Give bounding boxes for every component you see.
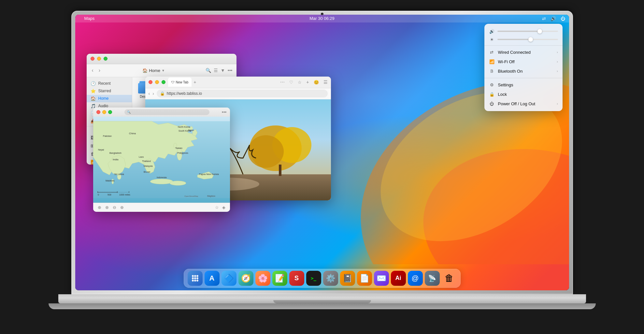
maps-layers-button[interactable]: ⊗ xyxy=(105,205,109,210)
maps-toolbar-right: ☆ ◈ xyxy=(215,205,225,210)
dock-icon-safari[interactable]: 🧭 xyxy=(238,271,253,286)
map-svg: Pakistan China Japan North Korea South K… xyxy=(93,117,230,203)
menu-bar: Maps Mar 30 06:29 ⇄ 🔊 ⏻ xyxy=(75,15,569,22)
browser-forward-button[interactable]: › xyxy=(152,91,154,96)
brightness-slider[interactable] xyxy=(497,39,558,40)
volume-slider-thumb xyxy=(537,29,542,34)
svg-point-52 xyxy=(192,280,194,282)
dock-icon-mail[interactable]: ✉️ xyxy=(374,271,389,286)
sidebar-item-home[interactable]: 🏠 Home xyxy=(87,95,132,102)
browser-tab-icon: 🛡 xyxy=(171,80,175,84)
browser-minimize-button[interactable] xyxy=(155,80,159,84)
finder-home-icon: 🏠 xyxy=(142,68,148,73)
maps-route-button[interactable]: ◈ xyxy=(222,205,225,210)
browser-maximize-button[interactable] xyxy=(162,80,165,84)
finder-view-icon[interactable]: ☰ xyxy=(214,68,218,73)
finder-dock-icon: 🔷 xyxy=(224,274,234,283)
dock-icon-sysprefs[interactable]: ⚙️ xyxy=(323,271,338,286)
bluetooth-chevron: › xyxy=(557,69,558,73)
finder-actions-icon[interactable]: ▼ xyxy=(221,68,225,73)
dock-icon-photos[interactable]: 🌸 xyxy=(255,271,270,286)
appstore-symbol: A xyxy=(209,274,215,283)
browser-close-button[interactable] xyxy=(149,80,152,84)
svg-text:Mapbox: Mapbox xyxy=(207,195,215,197)
macbook-screen: Maps Mar 30 06:29 ⇄ 🔊 ⏻ 🔊 xyxy=(75,15,569,290)
svg-text:North Korea: North Korea xyxy=(178,126,190,128)
dock-icon-pages[interactable]: 📄 xyxy=(357,271,372,286)
dock-icon-notes[interactable]: 📝 xyxy=(272,271,287,286)
svg-point-53 xyxy=(194,280,196,282)
finder-back-button[interactable]: ‹ xyxy=(91,67,95,73)
svg-rect-8 xyxy=(279,165,281,176)
maps-zoom-out-button[interactable]: ⊖ xyxy=(113,205,116,210)
dock-icon-terminal[interactable]: >_ xyxy=(306,271,321,286)
volume-slider-row: 🔊 xyxy=(484,28,563,35)
notebooks-symbol: 📓 xyxy=(343,274,352,283)
popup-power-row[interactable]: ⏻ Power Off / Log Out › xyxy=(484,99,563,109)
finder-more-icon[interactable]: ••• xyxy=(228,68,233,73)
browser-menu-button[interactable]: ☰ xyxy=(323,80,328,85)
maps-search-bar[interactable]: 🔍 xyxy=(124,109,209,115)
macbook-frame: Maps Mar 30 06:29 ⇄ 🔊 ⏻ 🔊 xyxy=(71,11,573,324)
browser-add-tab-button[interactable]: + xyxy=(306,80,309,85)
browser-new-tab-button[interactable]: + xyxy=(193,80,196,85)
maps-favorite-button[interactable]: ☆ xyxy=(215,205,219,210)
finder-close-button[interactable] xyxy=(91,57,94,61)
maps-minimize-button[interactable] xyxy=(102,110,106,114)
popup-separator-1 xyxy=(484,45,563,46)
maps-maximize-button[interactable] xyxy=(108,110,112,114)
dock-icon-serpent[interactable]: S xyxy=(289,271,304,286)
popup-wired-row[interactable]: ⇄ Wired Connected › xyxy=(484,48,563,57)
dock-icon-appstore[interactable]: A xyxy=(205,271,220,286)
sidebar-item-starred[interactable]: ⭐ Starred xyxy=(87,87,132,95)
maps-zoom-in-button[interactable]: ⊕ xyxy=(98,205,101,210)
dock-icon-trash[interactable]: 🗑 xyxy=(442,271,457,286)
svg-point-48 xyxy=(196,275,198,277)
browser-back-button[interactable]: ‹ xyxy=(149,91,150,96)
sidebar-item-recent[interactable]: 🕐 Recent xyxy=(87,80,132,87)
browser-emoji-button[interactable]: 😊 xyxy=(314,80,319,85)
power-icon[interactable]: ⏻ xyxy=(561,16,565,21)
svg-point-50 xyxy=(194,277,196,279)
menu-bar-right: ⇄ 🔊 ⏻ xyxy=(542,16,565,21)
volume-slider[interactable] xyxy=(497,31,558,32)
dock-icon-acrobat[interactable]: Ai xyxy=(391,271,406,286)
network-icon[interactable]: ⇄ xyxy=(542,16,546,21)
popup-bluetooth-left: 𝔹 Bluetooth On xyxy=(489,69,523,74)
dock-icon-wireless[interactable]: 📡 xyxy=(425,271,440,286)
maps-locate-button[interactable]: ⊕ xyxy=(120,205,124,210)
finder-search-icon[interactable]: 🔍 xyxy=(206,68,211,73)
maps-toolbar: ⊕ ⊗ ⊖ ⊕ ☆ ◈ xyxy=(93,203,230,212)
dock-icon-email[interactable]: @ xyxy=(408,271,423,286)
svg-text:Sri Lanka: Sri Lanka xyxy=(114,173,124,175)
wireless-symbol: 📡 xyxy=(428,274,436,282)
browser-url-bar[interactable]: 🔒 https://web.tabliss.io xyxy=(157,90,328,97)
system-popup: 🔊 ☀ xyxy=(484,24,563,111)
browser-tab-active[interactable]: 🛡 New Tab xyxy=(168,78,192,87)
finder-forward-button[interactable]: › xyxy=(97,67,102,73)
popup-wifi-row[interactable]: 📶 Wi-Fi Off › xyxy=(484,57,563,66)
maps-close-button[interactable] xyxy=(96,110,100,114)
finder-maximize-button[interactable] xyxy=(104,57,107,61)
popup-bluetooth-row[interactable]: 𝔹 Bluetooth On › xyxy=(484,66,563,76)
popup-settings-row[interactable]: ⚙ Settings xyxy=(484,80,563,90)
browser-nav-bar: ‹ › 🔒 https://web.tabliss.io xyxy=(145,88,331,99)
maps-more-button[interactable]: ••• xyxy=(222,109,227,115)
volume-icon[interactable]: 🔊 xyxy=(551,16,556,21)
photos-symbol: 🌸 xyxy=(258,274,268,283)
dock-icon-finder[interactable]: 🔷 xyxy=(222,271,236,286)
browser-more-button[interactable]: ⋯ xyxy=(280,80,285,85)
browser-heart-button[interactable]: ♡ xyxy=(289,80,293,85)
brightness-slider-row: ☀ xyxy=(484,36,563,43)
browser-tab-label: New Tab xyxy=(176,80,189,84)
popup-wired-label: Wired Connected xyxy=(498,50,531,55)
finder-minimize-button[interactable] xyxy=(97,57,101,61)
macbook-lid: Maps Mar 30 06:29 ⇄ 🔊 ⏻ 🔊 xyxy=(71,11,573,294)
trash-symbol: 🗑 xyxy=(445,273,454,283)
maps-traffic-lights xyxy=(96,110,112,114)
popup-lock-row[interactable]: 🔒 Lock xyxy=(484,90,563,99)
dock-icon-launchpad[interactable] xyxy=(188,271,203,286)
browser-star-button[interactable]: ☆ xyxy=(298,80,302,85)
dock-icon-notebooks[interactable]: 📓 xyxy=(340,271,355,286)
menu-app-name[interactable]: Maps xyxy=(84,16,95,21)
